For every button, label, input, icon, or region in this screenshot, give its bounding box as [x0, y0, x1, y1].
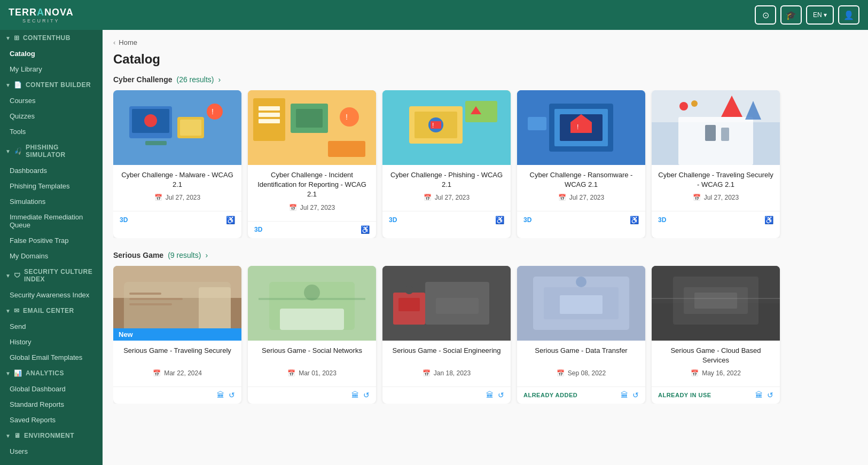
- sidebar-item-catalog[interactable]: Catalog: [0, 46, 103, 61]
- accessibility-icon-cc2[interactable]: ♿: [361, 225, 370, 234]
- card-actions-sg5: 🏛 ↺: [755, 391, 773, 399]
- sidebar-item-security-awareness[interactable]: Security Awareness Index: [0, 287, 103, 303]
- cap-button[interactable]: 🎓: [780, 5, 802, 25]
- preview-icon-sg3[interactable]: 🏛: [486, 391, 494, 399]
- sidebar-section-environment[interactable]: ▼ 🖥 ENVIRONMENT: [0, 428, 103, 444]
- cyber-challenge-arrow[interactable]: ›: [218, 75, 221, 84]
- sidebar-item-simulations[interactable]: Simulations: [0, 194, 103, 209]
- sidebar-section-content-builder[interactable]: ▼ 📄 CONTENT BUILDER: [0, 77, 103, 93]
- calendar-icon-cc2: 📅: [289, 204, 297, 211]
- breadcrumb: ‹ Home: [113, 38, 857, 46]
- card-sg4[interactable]: Serious Game - Data Transfer 📅 Sep 08, 2…: [517, 266, 645, 404]
- sidebar-item-courses[interactable]: Courses: [0, 93, 103, 108]
- card-date-cc1: 📅 Jul 27, 2023: [120, 194, 235, 201]
- card-sg3[interactable]: Serious Game - Social Engineering 📅 Jan …: [382, 266, 511, 404]
- card-tag-cc1: 3D: [120, 216, 128, 224]
- sidebar-item-global-email-templates[interactable]: Global Email Templates: [0, 350, 103, 365]
- preview-icon-sg1[interactable]: 🏛: [217, 391, 224, 399]
- card-title-sg5: Serious Game - Cloud Based Services: [658, 346, 773, 365]
- add-icon-sg3[interactable]: ↺: [498, 391, 504, 399]
- status-already-in-use-sg5: ALREADY IN USE: [658, 392, 711, 398]
- serious-game-arrow[interactable]: ›: [205, 251, 208, 259]
- sidebar-item-users[interactable]: Users: [0, 444, 103, 459]
- accessibility-icon-cc3[interactable]: ♿: [495, 216, 504, 224]
- caret-icon-ps: ▼: [5, 148, 11, 154]
- card-body-cc3: Cyber Challenge - Phishing - WCAG 2.1 📅 …: [382, 165, 511, 211]
- sidebar-item-standard-reports[interactable]: Standard Reports: [0, 397, 103, 412]
- sidebar-item-quizzes[interactable]: Quizzes: [0, 108, 103, 124]
- card-body-sg5: Serious Game - Cloud Based Services 📅 Ma…: [652, 341, 780, 387]
- preview-icon-sg4[interactable]: 🏛: [621, 391, 628, 399]
- sidebar-section-label-contenthub: CONTENTHUB: [23, 34, 71, 42]
- add-icon-sg4[interactable]: ↺: [632, 391, 639, 399]
- sidebar-section-email[interactable]: ▼ ✉ EMAIL CENTER: [0, 303, 103, 319]
- card-cc5[interactable]: Cyber Challenge - Traveling Securely - W…: [652, 90, 780, 238]
- calendar-icon-sg4: 📅: [557, 369, 565, 377]
- preview-icon-sg2[interactable]: 🏛: [351, 391, 359, 399]
- card-title-sg1: Serious Game - Traveling Securely: [120, 346, 235, 365]
- card-image-cc5: [652, 90, 780, 165]
- sidebar-item-global-dashboard[interactable]: Global Dashboard: [0, 381, 103, 397]
- card-sg2[interactable]: Serious Game - Social Networks 📅 Mar 01,…: [248, 266, 376, 404]
- card-date-sg5: 📅 May 16, 2022: [658, 369, 773, 377]
- sidebar-item-my-domains[interactable]: My Domains: [0, 248, 103, 264]
- preview-icon-sg5[interactable]: 🏛: [755, 391, 763, 399]
- calendar-icon-sg3: 📅: [423, 369, 431, 377]
- card-image-sg5: [652, 266, 780, 341]
- sidebar-item-phishing-templates[interactable]: Phishing Templates: [0, 178, 103, 194]
- svg-rect-73: [652, 298, 780, 299]
- sidebar-icon-grid: ⊞: [14, 34, 20, 42]
- accessibility-icon-cc4[interactable]: ♿: [630, 216, 639, 224]
- cyber-challenge-results[interactable]: (26 results): [176, 75, 214, 84]
- user-button[interactable]: 👤: [838, 5, 859, 25]
- card-cc2[interactable]: ! Cyber Challenge - Incident Identificat…: [248, 90, 376, 238]
- card-cc1[interactable]: ! Cyber Challenge - Malware - WCAG 2.1 📅…: [113, 90, 241, 238]
- card-body-sg4: Serious Game - Data Transfer 📅 Sep 08, 2…: [517, 341, 645, 387]
- card-sg5[interactable]: Serious Game - Cloud Based Services 📅 Ma…: [652, 266, 780, 404]
- add-icon-sg2[interactable]: ↺: [363, 391, 370, 399]
- sidebar-item-my-library[interactable]: My Library: [0, 61, 103, 77]
- card-title-cc3: Cyber Challenge - Phishing - WCAG 2.1: [389, 170, 504, 190]
- topbar-right: ⊙ 🎓 EN ▾ 👤: [755, 5, 859, 25]
- add-icon-sg1[interactable]: ↺: [229, 391, 235, 399]
- svg-rect-60: [436, 298, 479, 314]
- calendar-icon-cc1: 📅: [154, 194, 162, 201]
- svg-rect-40: [721, 128, 729, 141]
- card-cc4[interactable]: ! Cyber Challenge - Ransomware - WCAG 2.…: [517, 90, 645, 238]
- sidebar-item-tools[interactable]: Tools: [0, 124, 103, 139]
- card-actions-cc3: ♿: [495, 216, 504, 224]
- serious-game-results[interactable]: (9 results): [168, 251, 201, 259]
- sidebar-item-immediate-remediation[interactable]: Immediate Remediation Queue: [0, 209, 103, 233]
- sidebar-item-false-positive[interactable]: False Positive Trap: [0, 233, 103, 248]
- sidebar-section-phishing[interactable]: ▼ 🎣 PHISHING SIMULATOR: [0, 139, 103, 163]
- sidebar-section-analytics[interactable]: ▼ 📊 ANALYTICS: [0, 365, 103, 381]
- sidebar-item-send[interactable]: Send: [0, 319, 103, 334]
- card-body-cc5: Cyber Challenge - Traveling Securely - W…: [652, 165, 780, 211]
- card-tag-cc3: 3D: [389, 216, 397, 224]
- svg-point-59: [405, 286, 413, 294]
- sidebar-section-contenthub[interactable]: ▼ ⊞ CONTENTHUB: [0, 30, 103, 46]
- sidebar-item-history[interactable]: History: [0, 334, 103, 350]
- help-button[interactable]: ⊙: [755, 5, 776, 25]
- card-sg1[interactable]: New Serious Game - Traveling Securely 📅 …: [113, 266, 241, 404]
- sidebar-item-saved-reports[interactable]: Saved Reports: [0, 412, 103, 428]
- card-date-sg2: 📅 Mar 01, 2023: [254, 369, 370, 377]
- breadcrumb-home[interactable]: Home: [119, 38, 137, 46]
- svg-point-35: [679, 102, 688, 111]
- accessibility-icon-cc1[interactable]: ♿: [226, 216, 235, 224]
- svg-rect-44: [129, 293, 161, 295]
- card-date-cc2: 📅 Jul 27, 2023: [254, 204, 370, 211]
- sidebar-section-label-env: ENVIRONMENT: [24, 432, 74, 439]
- add-icon-sg5[interactable]: ↺: [767, 391, 773, 399]
- sidebar-item-dashboards[interactable]: Dashboards: [0, 163, 103, 178]
- card-title-cc1: Cyber Challenge - Malware - WCAG 2.1: [120, 170, 235, 190]
- svg-point-16: [340, 107, 359, 127]
- cyber-challenge-section-header: Cyber Challenge (26 results) ›: [113, 75, 857, 84]
- card-cc3[interactable]: ! Cyber Challenge - Phishing - WCAG 2.1 …: [382, 90, 511, 238]
- card-footer-cc5: 3D ♿: [652, 211, 780, 228]
- serious-game-cards: New Serious Game - Traveling Securely 📅 …: [113, 266, 857, 404]
- lang-button[interactable]: EN ▾: [806, 5, 834, 25]
- sidebar-section-security-culture[interactable]: ▼ 🛡 SECURITY CULTURE INDEX: [0, 264, 103, 287]
- card-footer-sg3: 🏛 ↺: [382, 387, 511, 404]
- accessibility-icon-cc5[interactable]: ♿: [764, 216, 773, 224]
